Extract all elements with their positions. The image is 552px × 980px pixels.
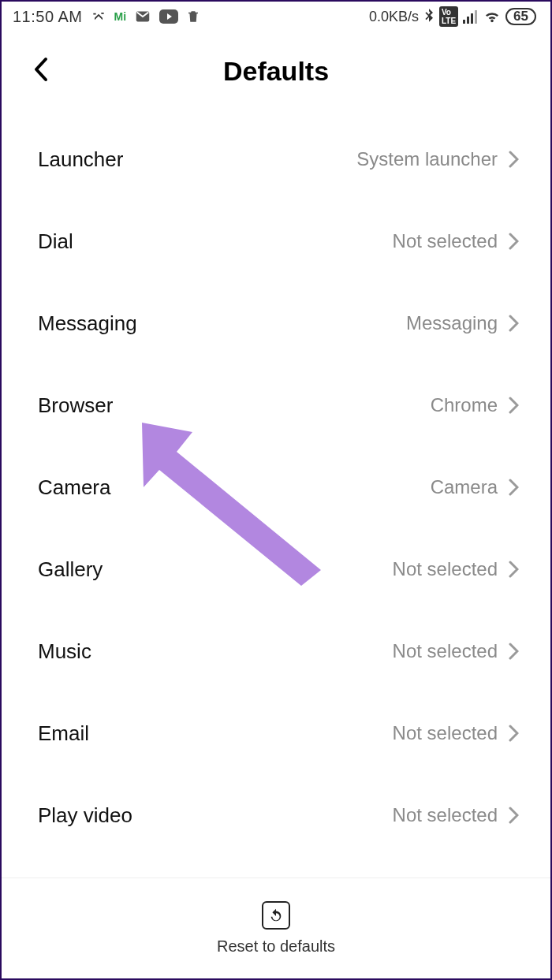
row-value: Chrome: [431, 394, 498, 416]
status-bar: 11:50 AM Mi 0.0KB/s VoLTE 65: [2, 2, 550, 32]
row-gallery[interactable]: Gallery Not selected: [2, 528, 550, 610]
chevron-right-icon: [509, 479, 519, 496]
row-value: Messaging: [406, 312, 498, 334]
battery-indicator: 65: [505, 8, 536, 25]
chevron-right-icon: [509, 233, 519, 250]
trash-icon: [186, 9, 200, 24]
row-value: Not selected: [393, 804, 498, 826]
status-right: 0.0KB/s VoLTE 65: [369, 6, 536, 27]
missed-call-icon: [91, 9, 106, 24]
row-value: Not selected: [393, 640, 498, 662]
signal-icon: [463, 9, 479, 24]
row-value: Not selected: [393, 558, 498, 580]
reset-defaults-button[interactable]: Reset to defaults: [2, 878, 550, 978]
row-label: Camera: [38, 475, 110, 500]
row-label: Email: [38, 721, 89, 746]
chevron-right-icon: [509, 151, 519, 168]
row-label: Play video: [38, 803, 132, 828]
volte-icon: VoLTE: [439, 6, 458, 27]
reset-label: Reset to defaults: [217, 937, 335, 956]
settings-list: Launcher System launcher Dial Not select…: [2, 110, 550, 856]
row-label: Dial: [38, 229, 73, 254]
chevron-right-icon: [509, 397, 519, 414]
mi-credit-icon: Mi: [114, 10, 127, 23]
wifi-icon: [483, 9, 501, 24]
youtube-icon: [159, 9, 178, 24]
page-title: Defaults: [33, 56, 519, 87]
row-browser[interactable]: Browser Chrome: [2, 364, 550, 446]
data-rate: 0.0KB/s: [369, 9, 419, 25]
chevron-right-icon: [509, 725, 519, 742]
svg-rect-2: [463, 20, 465, 24]
svg-rect-4: [471, 13, 473, 24]
row-label: Music: [38, 639, 91, 664]
svg-rect-3: [467, 17, 469, 24]
chevron-left-icon: [33, 56, 49, 83]
header: Defaults: [2, 32, 550, 110]
row-value: System launcher: [356, 148, 498, 170]
bluetooth-icon: [423, 9, 435, 24]
row-value: Camera: [431, 476, 498, 498]
row-launcher[interactable]: Launcher System launcher: [2, 118, 550, 200]
status-left: 11:50 AM Mi: [13, 8, 200, 26]
row-value: Not selected: [393, 230, 498, 252]
reset-icon: [262, 901, 290, 930]
row-email[interactable]: Email Not selected: [2, 692, 550, 774]
gmail-icon: [134, 8, 151, 25]
row-label: Gallery: [38, 557, 103, 582]
row-music[interactable]: Music Not selected: [2, 610, 550, 692]
row-label: Launcher: [38, 147, 123, 172]
chevron-right-icon: [509, 315, 519, 332]
row-messaging[interactable]: Messaging Messaging: [2, 282, 550, 364]
row-dial[interactable]: Dial Not selected: [2, 200, 550, 282]
chevron-right-icon: [509, 807, 519, 824]
chevron-right-icon: [509, 561, 519, 578]
row-camera[interactable]: Camera Camera: [2, 446, 550, 528]
row-label: Messaging: [38, 311, 137, 336]
svg-rect-5: [475, 10, 477, 24]
row-play-video[interactable]: Play video Not selected: [2, 774, 550, 856]
row-value: Not selected: [393, 722, 498, 744]
status-time: 11:50 AM: [13, 8, 83, 26]
row-label: Browser: [38, 393, 113, 418]
back-button[interactable]: [33, 56, 49, 86]
chevron-right-icon: [509, 643, 519, 660]
